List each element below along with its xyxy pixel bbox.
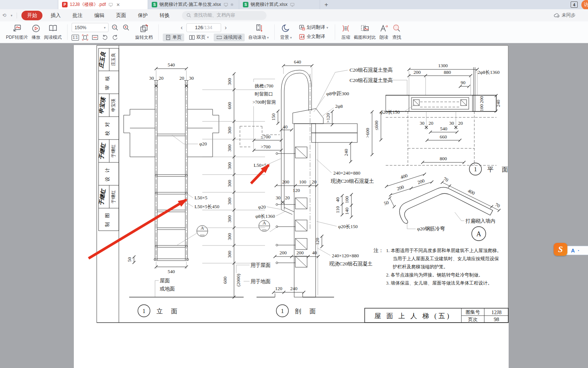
double-page-button[interactable]: 双页▾ [186, 34, 212, 41]
actual-size-button[interactable]: 1:1 [72, 35, 79, 41]
full-translate-button[interactable]: 全文翻译 [296, 33, 331, 41]
ime-mode-pill[interactable]: A · [565, 246, 588, 255]
next-page-button[interactable]: › [223, 24, 228, 31]
compress-button[interactable]: 压缩 [339, 23, 352, 41]
dim-100: 100 [299, 179, 306, 185]
undo-icon[interactable]: ⟲ [0, 13, 8, 18]
role-label: 设 计 [104, 166, 110, 181]
read-mode-button[interactable]: 阅读模式 [42, 23, 63, 41]
label-l50x5: L50×5 [254, 162, 267, 168]
page-no-value: 98 [494, 316, 499, 322]
menu-insert[interactable]: 插入 [45, 11, 66, 20]
tab-title: 钢爬梯计算式-施工单位发.xlsx [159, 1, 221, 8]
label-l50x5-450: L50×5长450 [195, 204, 219, 209]
zoom-select[interactable]: 150%▾ [72, 23, 109, 32]
dim-2000-paren: (2000) [235, 274, 241, 287]
new-tab-button[interactable]: + [320, 0, 333, 9]
screenshot-compare-button[interactable]: 截图和对比 [352, 23, 377, 41]
dim-gt120: >120 [325, 113, 331, 123]
dim-20: 20 [429, 120, 433, 126]
menu-convert[interactable]: 转换 [154, 11, 175, 20]
background-button[interactable]: 背景▾ [279, 23, 293, 41]
menu-comment[interactable]: 批注 [66, 11, 88, 20]
word-translate-button[interactable]: 划词翻译▾ [296, 24, 331, 31]
play-button[interactable]: 播放 [30, 23, 42, 41]
screenshot-compare-icon [360, 24, 370, 33]
menu-edit[interactable]: 编辑 [88, 11, 110, 20]
dim-20: 20 [179, 75, 184, 81]
tab-count-badge[interactable]: 4 [571, 1, 578, 8]
dim-gt700: >700 [261, 144, 271, 149]
auto-scroll-icon [254, 24, 264, 33]
label-2phi8: 2φ8 [335, 103, 343, 109]
sync-status[interactable]: 未同步 [554, 12, 576, 18]
zoom-in-icon[interactable] [122, 23, 131, 32]
full-translate-icon [299, 34, 305, 40]
note-line: 2. 各节点连接均为焊接。钢筋转弯处冷弯制做。 [386, 272, 483, 278]
dim-30: 30 [449, 120, 454, 126]
monitor-icon[interactable] [223, 3, 228, 7]
user-avatar[interactable]: 访 [581, 0, 588, 10]
tab-title: 钢爬梯计算式.xlsx [251, 1, 288, 8]
dim-300: 300 [227, 251, 232, 258]
dim-240: 240 [290, 286, 298, 291]
dim-140: 140 [344, 207, 350, 215]
single-page-button[interactable]: 单页 [163, 34, 184, 41]
tab-excel-2[interactable]: S 钢爬梯计算式.xlsx [239, 0, 320, 9]
dim-540-bottom: 540 [168, 269, 175, 274]
tab-pdf[interactable]: P 12J8《楼梯》.pdf ✕ [58, 0, 148, 9]
continuous-read-button[interactable]: 连续阅读 [214, 34, 245, 41]
atlas-no-label: 图集号 [466, 309, 480, 315]
dim-660: 660 [440, 134, 447, 140]
auto-scroll-button[interactable]: 自动滚动▾ [247, 23, 271, 41]
label-c20-pad-1: C20细石混凝土垫高 [350, 67, 393, 73]
word-translate-icon [299, 25, 305, 31]
dim-200: 200 [279, 250, 287, 255]
monitor-icon[interactable] [108, 3, 113, 7]
fit-width-icon[interactable] [91, 34, 99, 41]
pdf-viewport[interactable]: 庄玉良 庄玉良 审 核 申宝瑛 申宝瑛 校 对 于继红 于继红 设 计 于继红 … [0, 43, 588, 368]
label-phi8-1360: φ8长1360 [255, 213, 275, 219]
read-aloud-button[interactable]: 朗读 [377, 23, 390, 41]
play-icon [31, 24, 41, 33]
page-number-input[interactable]: 126/134 [186, 23, 221, 32]
search-placeholder: 查找功能、文档内容 [193, 12, 235, 18]
dim-300: 300 [227, 233, 232, 240]
dim-50: 50 [127, 257, 132, 262]
monitor-icon[interactable] [290, 3, 295, 7]
tab-excel-1[interactable]: S 钢爬梯计算式-施工单位发.xlsx [148, 0, 239, 9]
zoom-out-icon[interactable] [111, 23, 120, 32]
tab-home-blank[interactable] [0, 0, 58, 9]
sogou-logo[interactable]: S [554, 243, 567, 256]
chevron-down-icon: ▾ [104, 26, 106, 30]
rotate-ccw-icon[interactable] [101, 34, 109, 41]
label-phi8-spacing: φ8中距300 [326, 91, 349, 96]
dim-40: 40 [283, 124, 288, 130]
pdf-to-image-button[interactable]: PDF转图片 [4, 23, 30, 41]
search-input[interactable]: 查找功能、文档内容 [182, 11, 267, 20]
label-for-ground: 用于地面 [251, 279, 271, 284]
close-tab-icon[interactable]: ✕ [116, 2, 121, 7]
dim-300: 300 [227, 215, 232, 223]
chevron-down-icon[interactable]: ▾ [8, 14, 15, 17]
label-block-240x120: 240×120×880 [332, 253, 359, 258]
fit-page-icon[interactable] [81, 34, 89, 41]
rotate-cw-icon[interactable] [111, 34, 119, 41]
prev-page-button[interactable]: ‹ [179, 24, 184, 31]
search-icon [186, 13, 191, 18]
label-2phi8-1360: 2φ8长1360 [478, 69, 500, 75]
menu-page[interactable]: 页面 [110, 11, 132, 20]
dim-20: 20 [159, 75, 164, 81]
find-button[interactable]: 查找 [390, 23, 403, 41]
menu-protect[interactable]: 保护 [132, 11, 154, 20]
dim-240: 240 [343, 149, 349, 156]
label-phi20: φ20 [199, 141, 207, 147]
rotate-doc-button[interactable]: 旋转文档 [134, 23, 154, 41]
dim-40: 40 [312, 250, 317, 255]
page-no-label: 页次 [468, 317, 478, 322]
menu-start[interactable]: 开始 [21, 11, 42, 20]
note-line: 当用于上人屋面及工业建筑时、女儿墙应按规范设保 [393, 256, 499, 261]
tab-bar: P 12J8《楼梯》.pdf ✕ S 钢爬梯计算式-施工单位发.xlsx S 钢… [0, 0, 588, 9]
detail-circle-a: A [477, 230, 481, 238]
dim-300: 300 [227, 162, 232, 169]
